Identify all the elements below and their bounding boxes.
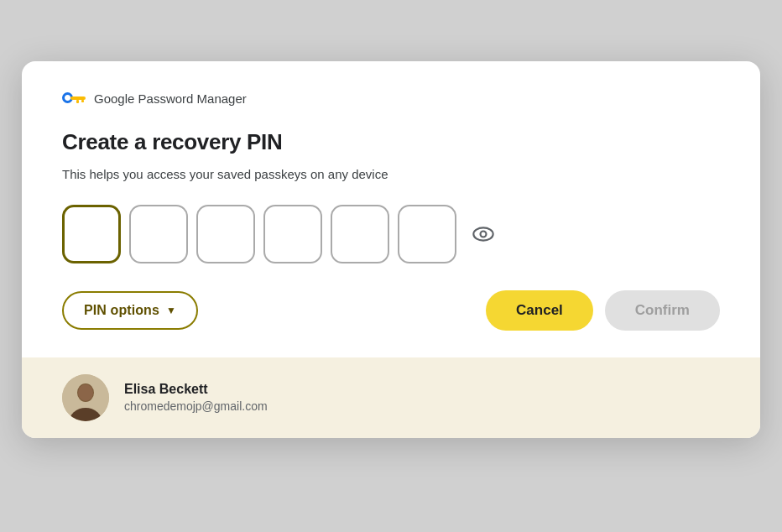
key-icon	[62, 91, 86, 105]
action-buttons-group: Cancel Confirm	[486, 290, 720, 331]
cancel-button[interactable]: Cancel	[486, 290, 593, 331]
user-name: Elisa Beckett	[124, 382, 268, 397]
chevron-down-icon: ▼	[166, 305, 176, 316]
dialog-actions: PIN options ▼ Cancel Confirm	[62, 290, 720, 331]
toggle-visibility-icon[interactable]	[468, 219, 498, 249]
google-password-manager-icon	[62, 91, 86, 105]
svg-point-1	[481, 231, 487, 237]
dialog-header: Google Password Manager	[62, 91, 720, 106]
svg-point-5	[78, 384, 93, 401]
pin-input-4[interactable]	[263, 205, 322, 263]
pin-input-6[interactable]	[398, 205, 456, 263]
gpm-label: Google Password Manager	[94, 91, 247, 106]
dialog-footer: Elisa Beckett chromedemojp@gmail.com	[22, 357, 760, 438]
pin-options-button[interactable]: PIN options ▼	[62, 291, 198, 330]
pin-options-label: PIN options	[84, 303, 159, 318]
dialog-title: Create a recovery PIN	[62, 129, 720, 155]
dialog: Google Password Manager Create a recover…	[22, 61, 760, 438]
confirm-button[interactable]: Confirm	[605, 290, 720, 331]
pin-input-3[interactable]	[196, 205, 255, 263]
avatar	[62, 374, 109, 421]
pin-input-2[interactable]	[129, 205, 188, 263]
key-tooth-1	[76, 100, 79, 103]
key-tooth-2	[81, 100, 84, 102]
key-teeth	[76, 100, 84, 103]
user-info: Elisa Beckett chromedemojp@gmail.com	[124, 382, 268, 413]
pin-input-row	[62, 205, 720, 263]
pin-input-5[interactable]	[331, 205, 389, 263]
dialog-main: Google Password Manager Create a recover…	[22, 61, 760, 357]
dialog-subtitle: This helps you access your saved passkey…	[62, 167, 720, 181]
svg-point-0	[473, 227, 493, 240]
pin-input-1[interactable]	[62, 205, 121, 263]
user-email: chromedemojp@gmail.com	[124, 399, 268, 413]
